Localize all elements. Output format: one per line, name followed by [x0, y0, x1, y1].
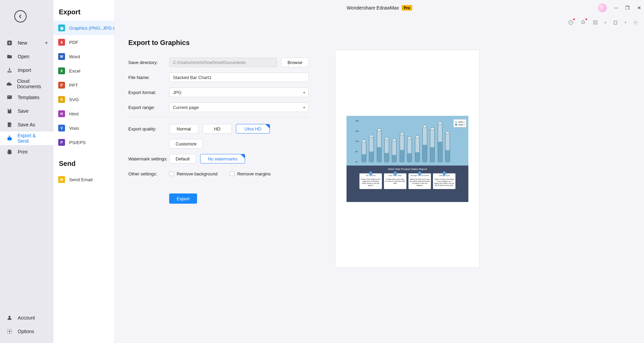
nav-cloud[interactable]: Cloud Documents — [0, 77, 53, 91]
fmt-label: SVG — [69, 97, 79, 102]
image-icon: ▣ — [58, 25, 65, 31]
preview-legend: Series 1 Series 2 — [453, 119, 466, 127]
ps-icon: P — [58, 139, 65, 146]
filename-input[interactable] — [169, 73, 309, 82]
html-icon: H — [58, 110, 65, 117]
label-watermark: Watermark settings: — [128, 156, 169, 161]
quality-hd[interactable]: HD — [203, 124, 232, 134]
nav-new[interactable]: New + — [0, 36, 53, 50]
shirt-icon[interactable] — [612, 19, 618, 26]
label-range: Export range: — [128, 105, 169, 110]
maximize-button[interactable]: ❐ — [625, 5, 630, 11]
nav-label: Templates — [18, 95, 39, 100]
chk-remove-bg[interactable]: Remove background — [169, 171, 218, 176]
svg-text:?: ? — [570, 21, 572, 24]
nav-print[interactable]: Print — [0, 145, 53, 159]
nav-templates[interactable]: Templates — [0, 91, 53, 104]
minimize-button[interactable]: ─ — [614, 5, 618, 11]
nav-label: Account — [18, 315, 35, 321]
format-select[interactable]: JPG — [169, 88, 309, 97]
fmt-pdf[interactable]: APDF — [53, 35, 114, 49]
chevron-down-icon: ▾ — [605, 21, 606, 24]
svg-point-14 — [635, 22, 636, 23]
chevron-down-icon: ▾ — [625, 21, 626, 24]
export-heading: Export — [53, 8, 114, 21]
email-icon: ✉ — [58, 176, 65, 183]
folder-icon — [6, 53, 13, 60]
preview-thumbnail: 200 160 120 80 40 Series 1 Series 2 — [347, 116, 468, 202]
grid-icon[interactable] — [592, 19, 598, 26]
saveas-icon — [6, 121, 13, 128]
chk-remove-margins[interactable]: Remove margins — [230, 171, 271, 176]
label-savedir: Save directory: — [128, 60, 169, 65]
fmt-html[interactable]: HHtml — [53, 107, 114, 121]
visio-icon: V — [58, 125, 65, 131]
nav-label: Save As — [18, 122, 35, 127]
nav-save[interactable]: Save — [0, 104, 53, 118]
fmt-label: Word — [69, 54, 80, 59]
pro-badge: Pro — [402, 5, 412, 11]
fmt-excel[interactable]: XExcel — [53, 64, 114, 78]
svg-rect-4 — [9, 109, 10, 110]
label-other: Other settings: — [128, 171, 169, 176]
word-icon: W — [58, 53, 65, 60]
preview-pane: 200 160 120 80 40 Series 1 Series 2 — [335, 50, 480, 268]
fmt-pseps[interactable]: PPS/EPS — [53, 135, 114, 150]
nav-label: Open — [18, 54, 29, 59]
wm-default[interactable]: Default — [169, 154, 196, 163]
nav-label: Cloud Documents — [17, 78, 47, 89]
nav-account[interactable]: Account — [0, 311, 53, 325]
preview-title: 2016 Year Product Sales Report — [349, 168, 466, 171]
plus-square-icon — [6, 40, 13, 46]
bell-icon[interactable] — [580, 19, 586, 26]
back-button[interactable] — [14, 10, 27, 22]
fmt-label: PPT — [69, 83, 78, 88]
svg-rect-1 — [7, 95, 12, 99]
cloud-icon — [6, 80, 12, 87]
fmt-visio[interactable]: VVisio — [53, 121, 114, 135]
help-icon[interactable]: ? — [568, 19, 574, 26]
fmt-label: Html — [69, 111, 79, 116]
quality-ultrahd[interactable]: Ultra HD — [236, 124, 270, 134]
ppt-icon: P — [58, 82, 65, 89]
avatar[interactable] — [598, 3, 607, 12]
nav-label: Options — [18, 329, 34, 334]
send-heading: Send — [53, 160, 114, 172]
svg-rect-10 — [594, 21, 595, 22]
send-email[interactable]: ✉Send Email — [53, 172, 114, 187]
settings-icon[interactable] — [632, 19, 639, 26]
fmt-word[interactable]: WWord — [53, 49, 114, 64]
nav-import[interactable]: Import — [0, 63, 53, 77]
export-button[interactable]: Export — [169, 193, 197, 204]
nav-options[interactable]: Options — [0, 325, 53, 338]
person-icon — [6, 314, 13, 321]
fmt-label: Send Email — [69, 177, 93, 182]
fmt-label: Visio — [69, 126, 79, 131]
excel-icon: X — [58, 67, 65, 74]
nav-export-send[interactable]: Export & Send — [0, 131, 53, 145]
nav-label: New — [18, 40, 27, 46]
fmt-ppt[interactable]: PPPT — [53, 78, 114, 92]
wm-none[interactable]: No watermarks — [200, 154, 245, 163]
quality-customize[interactable]: Customize — [169, 139, 203, 149]
nav-label: Save — [18, 108, 29, 114]
fmt-label: Excel — [69, 68, 80, 74]
svg-point-3 — [9, 96, 10, 97]
svg-rect-13 — [596, 23, 597, 24]
svg-icon: S — [58, 96, 65, 103]
savedir-field: C:/Users/rimzh/OneDrive/Documents — [169, 58, 277, 67]
svg-point-6 — [9, 316, 11, 318]
plus-icon: + — [45, 40, 48, 46]
fmt-svg[interactable]: SSVG — [53, 92, 114, 107]
app-title: Wondershare EdrawMax — [347, 5, 399, 11]
label-filename: File Name: — [128, 75, 169, 80]
nav-open[interactable]: Open — [0, 50, 53, 63]
nav-saveas[interactable]: Save As — [0, 118, 53, 131]
fmt-graphics[interactable]: ▣Graphics (PNG, JPG et... — [53, 21, 114, 35]
arrow-left-icon — [17, 13, 23, 19]
quality-normal[interactable]: Normal — [169, 124, 198, 134]
fmt-label: PDF — [69, 40, 78, 45]
browse-button[interactable]: Browse — [281, 58, 309, 67]
range-select[interactable]: Current page — [169, 103, 309, 112]
close-button[interactable]: ✕ — [637, 5, 641, 11]
